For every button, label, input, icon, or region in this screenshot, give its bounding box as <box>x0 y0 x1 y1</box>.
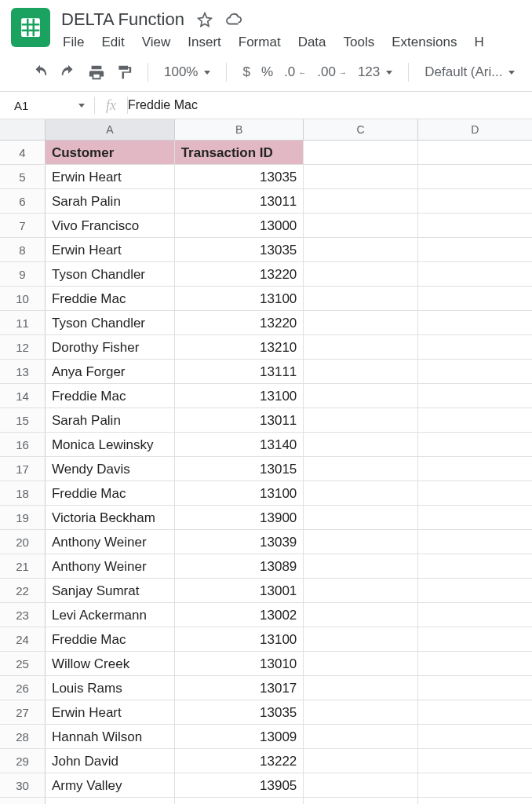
cell[interactable] <box>46 798 175 804</box>
cell[interactable] <box>418 311 532 334</box>
cell[interactable] <box>304 214 417 237</box>
cell-transaction[interactable]: 13220 <box>175 311 304 334</box>
cell-customer[interactable]: Anthony Weiner <box>46 554 175 578</box>
cell-transaction[interactable]: 13035 <box>175 700 304 724</box>
decrease-decimal-button[interactable]: .0← <box>284 64 306 80</box>
cell[interactable] <box>418 481 532 505</box>
cell[interactable] <box>304 165 417 188</box>
cell-transaction[interactable]: 13011 <box>175 408 304 432</box>
cell-customer[interactable]: Anya Forger <box>46 360 175 383</box>
cell[interactable] <box>304 262 417 286</box>
cell-customer[interactable]: Tyson Chandler <box>46 311 175 334</box>
redo-icon[interactable] <box>60 64 77 81</box>
cell-customer[interactable]: Vivo Francisco <box>46 214 175 237</box>
row-header[interactable]: 28 <box>0 725 46 748</box>
menu-data[interactable]: Data <box>298 35 326 50</box>
cell-customer-header[interactable]: Customer <box>46 141 175 164</box>
cell[interactable] <box>418 700 532 724</box>
row-header[interactable]: 17 <box>0 457 46 481</box>
cell[interactable] <box>304 506 417 529</box>
cell[interactable] <box>418 238 532 261</box>
cell[interactable] <box>304 287 417 310</box>
cell-customer[interactable]: Freddie Mac <box>46 384 175 407</box>
cell-transaction[interactable]: 13035 <box>175 238 304 261</box>
cell-transaction[interactable]: 13017 <box>175 676 304 700</box>
column-header-a[interactable]: A <box>46 119 175 140</box>
cell[interactable] <box>304 773 417 797</box>
cell[interactable] <box>418 773 532 797</box>
cell-customer[interactable]: Wendy Davis <box>46 457 175 481</box>
cell-transaction[interactable]: 13100 <box>175 287 304 310</box>
cell[interactable] <box>418 457 532 481</box>
cell-transaction[interactable]: 13015 <box>175 457 304 481</box>
row-header[interactable]: 22 <box>0 579 46 602</box>
cell-customer[interactable]: Erwin Heart <box>46 238 175 261</box>
row-header[interactable]: 30 <box>0 773 46 797</box>
cell[interactable] <box>418 603 532 627</box>
row-header[interactable]: 18 <box>0 481 46 505</box>
cell-customer[interactable]: Dorothy Fisher <box>46 335 175 359</box>
cell[interactable] <box>304 554 417 578</box>
cell-customer[interactable]: Sanjay Sumrat <box>46 579 175 602</box>
column-header-c[interactable]: C <box>304 119 417 140</box>
cell[interactable] <box>418 360 532 383</box>
paint-format-icon[interactable] <box>116 64 132 80</box>
cell-transaction[interactable]: 13100 <box>175 481 304 505</box>
row-header[interactable]: 13 <box>0 360 46 383</box>
cell-transaction[interactable]: 13111 <box>175 360 304 383</box>
cell-customer[interactable]: Victoria Beckham <box>46 506 175 529</box>
cell-transaction[interactable]: 13900 <box>175 506 304 529</box>
row-header[interactable]: 25 <box>0 652 46 675</box>
cell[interactable] <box>418 530 532 554</box>
cell[interactable] <box>175 798 304 804</box>
cell-transaction[interactable]: 13210 <box>175 335 304 359</box>
currency-format-button[interactable]: $ <box>242 64 250 80</box>
cell-customer[interactable]: Erwin Heart <box>46 700 175 724</box>
cell[interactable] <box>418 287 532 310</box>
row-header[interactable]: 19 <box>0 506 46 529</box>
cell-customer[interactable]: Tyson Chandler <box>46 262 175 286</box>
cell-customer[interactable]: John David <box>46 749 175 773</box>
cell-customer[interactable]: Freddie Mac <box>46 627 175 651</box>
cell-customer[interactable]: Freddie Mac <box>46 481 175 505</box>
row-header[interactable]: 11 <box>0 311 46 334</box>
cell[interactable] <box>304 311 417 334</box>
menu-tools[interactable]: Tools <box>344 35 375 50</box>
row-header[interactable]: 9 <box>0 262 46 286</box>
menu-file[interactable]: File <box>63 35 84 50</box>
star-icon[interactable] <box>197 12 213 27</box>
cell[interactable] <box>304 408 417 432</box>
cell-transaction[interactable]: 13009 <box>175 725 304 748</box>
cell-transaction[interactable]: 13100 <box>175 627 304 651</box>
cell[interactable] <box>418 141 532 164</box>
cloud-saved-icon[interactable] <box>225 11 242 28</box>
row-header[interactable]: 15 <box>0 408 46 432</box>
cell[interactable] <box>304 603 417 627</box>
print-icon[interactable] <box>88 64 105 81</box>
cell-transaction[interactable]: 13000 <box>175 214 304 237</box>
row-header[interactable]: 29 <box>0 749 46 773</box>
row-header[interactable]: 12 <box>0 335 46 359</box>
cell[interactable] <box>418 652 532 675</box>
doc-title[interactable]: DELTA Function <box>61 9 184 30</box>
menu-edit[interactable]: Edit <box>101 35 124 50</box>
column-header-d[interactable]: D <box>418 119 532 140</box>
cell-transaction[interactable]: 13100 <box>175 384 304 407</box>
cell-transaction[interactable]: 13010 <box>175 652 304 675</box>
cell-customer[interactable]: Willow Creek <box>46 652 175 675</box>
cell-transaction[interactable]: 13089 <box>175 554 304 578</box>
cell[interactable] <box>304 749 417 773</box>
row-header[interactable]: 23 <box>0 603 46 627</box>
cell[interactable] <box>304 530 417 554</box>
undo-icon[interactable] <box>31 64 49 81</box>
cell[interactable] <box>304 238 417 261</box>
cell[interactable] <box>418 506 532 529</box>
percent-format-button[interactable]: % <box>261 64 273 80</box>
cell-customer[interactable]: Army Valley <box>46 773 175 797</box>
cell-transaction[interactable]: 13011 <box>175 189 304 213</box>
cell[interactable] <box>304 676 417 700</box>
cell[interactable] <box>304 141 417 164</box>
column-header-b[interactable]: B <box>175 119 304 140</box>
cell[interactable] <box>304 798 417 804</box>
menu-format[interactable]: Format <box>239 35 281 50</box>
